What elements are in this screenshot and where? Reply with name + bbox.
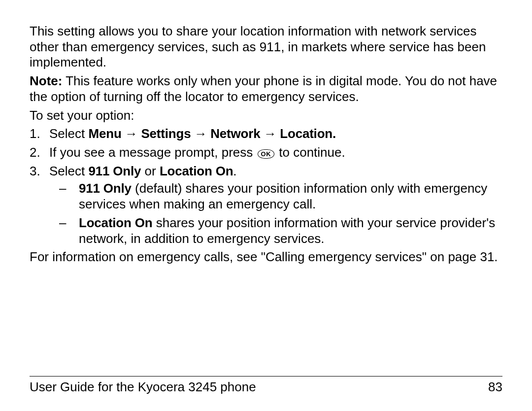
step-3: Select 911 Only or Location On. 911 Only… [30, 164, 502, 247]
sub1-bold: 911 Only [79, 181, 132, 196]
step-3-or: or [141, 164, 160, 178]
step-3-sublist: 911 Only (default) shares your position … [49, 181, 502, 246]
closing-paragraph: For information on emergency calls, see … [30, 249, 502, 265]
step-3-suffix: . [233, 164, 236, 178]
to-set-line: To set your option: [30, 108, 502, 124]
sub2-bold: Location On [79, 215, 152, 230]
step-3-opt1: 911 Only [89, 164, 141, 178]
step-2: If you see a message prompt, press OK to… [30, 145, 502, 161]
note-paragraph: Note: This feature works only when your … [30, 73, 502, 104]
sub-location-on: Location On shares your position informa… [49, 215, 502, 246]
sub-911-only: 911 Only (default) shares your position … [49, 181, 502, 212]
intro-paragraph: This setting allows you to share your lo… [30, 24, 502, 70]
footer-page-number: 83 [488, 379, 502, 395]
ok-icon: OK [258, 149, 275, 159]
note-text: This feature works only when your phone … [30, 73, 497, 104]
step-2-suffix: to continue. [275, 145, 345, 160]
step-3-prefix: Select [49, 164, 89, 178]
step-1: Select Menu → Settings → Network → Locat… [30, 126, 502, 142]
note-label: Note: [30, 73, 62, 88]
footer-title: User Guide for the Kyocera 3245 phone [30, 379, 256, 395]
step-1-prefix: Select [49, 126, 89, 141]
steps-list: Select Menu → Settings → Network → Locat… [30, 126, 502, 246]
document-body: This setting allows you to share your lo… [30, 24, 502, 265]
step-1-bold: Menu → Settings → Network → Location. [89, 126, 336, 141]
step-2-prefix: If you see a message prompt, press [49, 145, 257, 160]
sub1-text: (default) shares your position informati… [79, 181, 487, 211]
page-footer: User Guide for the Kyocera 3245 phone 83 [30, 376, 502, 395]
step-3-opt2: Location On [160, 164, 233, 178]
